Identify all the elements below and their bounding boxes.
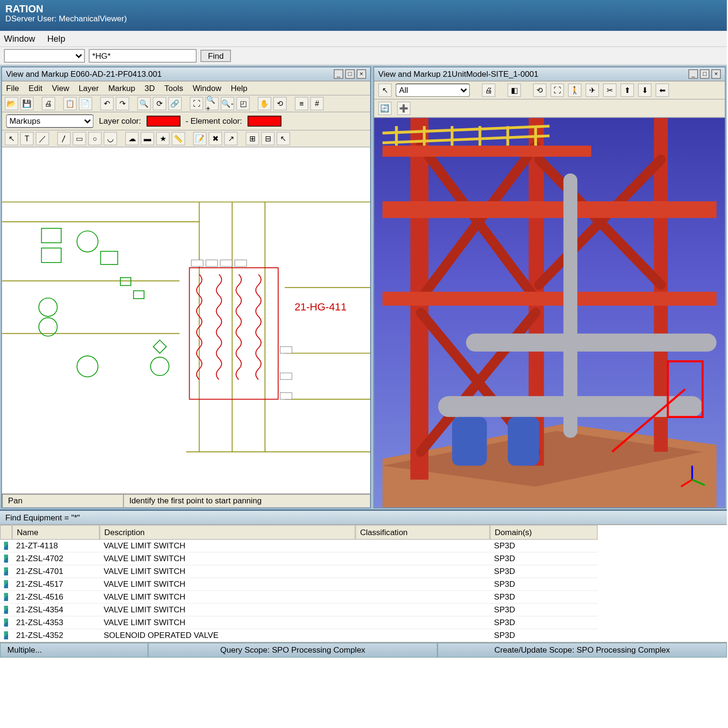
text-icon[interactable]: T	[20, 132, 34, 145]
pid-menu-edit[interactable]: Edit	[28, 83, 42, 93]
row-description[interactable]: VALVE LIMIT SWITCH	[100, 604, 355, 617]
pid-menu-layer[interactable]: Layer	[79, 83, 99, 93]
col-name[interactable]: Name	[12, 525, 100, 540]
col-classification[interactable]: Classification	[355, 525, 490, 540]
circle-icon[interactable]: ○	[88, 132, 101, 145]
element-color-swatch[interactable]	[247, 116, 281, 127]
row-name[interactable]: 21-ZSL-4352	[12, 629, 100, 642]
row-description[interactable]: VALVE LIMIT SWITCH	[100, 591, 355, 604]
row-domain[interactable]: SP3D	[490, 565, 598, 578]
filter-dropdown[interactable]: All	[396, 83, 470, 97]
minimize-icon[interactable]: _	[689, 69, 698, 79]
close-icon[interactable]: ×	[711, 69, 721, 79]
row-icon[interactable]	[0, 578, 12, 591]
row-icon[interactable]	[0, 604, 12, 617]
undo-icon[interactable]: ↶	[100, 97, 114, 110]
row-description[interactable]: VALVE LIMIT SWITCH	[100, 617, 355, 629]
grid-icon[interactable]: #	[310, 97, 324, 110]
pid-menu-view[interactable]: View	[52, 83, 69, 93]
zoom-in-icon[interactable]: 🔍+	[205, 97, 218, 110]
zoom-out-icon[interactable]: 🔍-	[221, 97, 234, 110]
pid-menu-3d[interactable]: 3D	[145, 83, 155, 93]
row-name[interactable]: 21-ZSL-4701	[12, 565, 100, 578]
nav-left-icon[interactable]: ⬅	[655, 83, 669, 97]
arrow-tool-icon[interactable]: ↗	[224, 132, 237, 145]
col-description[interactable]: Description	[100, 525, 355, 540]
clip-icon[interactable]: ✂	[603, 83, 616, 97]
col-icon[interactable]	[0, 525, 12, 540]
maximize-icon[interactable]: □	[700, 69, 710, 79]
row-name[interactable]: 21-ZSL-4354	[12, 604, 100, 617]
row-icon[interactable]	[0, 565, 12, 578]
pid-menu-window[interactable]: Window	[192, 83, 221, 93]
refresh-icon[interactable]: ⟳	[153, 97, 166, 110]
zoom-fit-icon[interactable]: ⛶	[551, 83, 564, 97]
row-domain[interactable]: SP3D	[490, 629, 598, 642]
select-icon[interactable]: ↖	[5, 132, 18, 145]
col-domain[interactable]: Domain(s)	[490, 525, 598, 540]
pid-menu-markup[interactable]: Markup	[108, 83, 135, 93]
add-view-icon[interactable]: ➕	[397, 101, 410, 115]
row-icon[interactable]	[0, 629, 12, 642]
row-domain[interactable]: SP3D	[490, 578, 598, 591]
row-classification[interactable]	[355, 617, 490, 629]
row-name[interactable]: 21-ZSL-4353	[12, 617, 100, 629]
row-icon[interactable]	[0, 591, 12, 604]
row-description[interactable]: VALVE LIMIT SWITCH	[100, 540, 355, 553]
layer-dropdown[interactable]: Markups	[6, 114, 94, 127]
copy-icon[interactable]: 📋	[63, 97, 76, 110]
row-name[interactable]: 21-ZT-4118	[12, 540, 100, 553]
row-domain[interactable]: SP3D	[490, 604, 598, 617]
scope-dropdown[interactable]	[4, 49, 85, 63]
open-icon[interactable]: 📂	[5, 97, 18, 110]
search-input[interactable]	[89, 49, 196, 63]
nav-down-icon[interactable]: ⬇	[638, 83, 651, 97]
redo-icon[interactable]: ↷	[116, 97, 129, 110]
line-icon[interactable]: ／	[36, 132, 49, 145]
row-domain[interactable]: SP3D	[490, 540, 598, 553]
pid-canvas[interactable]: 21-HG-411	[2, 147, 370, 493]
erase-icon[interactable]: ✖	[209, 132, 222, 145]
measure-icon[interactable]: 📏	[172, 132, 185, 145]
highlight-icon[interactable]: ▬	[141, 132, 154, 145]
menu-help[interactable]: Help	[47, 34, 65, 44]
row-classification[interactable]	[355, 553, 490, 565]
row-description[interactable]: VALVE LIMIT SWITCH	[100, 565, 355, 578]
view-cube-icon[interactable]: ◧	[508, 83, 521, 97]
row-name[interactable]: 21-ZSL-4702	[12, 553, 100, 565]
row-icon[interactable]	[0, 617, 12, 629]
pid-menu-help[interactable]: Help	[231, 83, 247, 93]
cloud-icon[interactable]: ☁	[125, 132, 138, 145]
maximize-icon[interactable]: □	[346, 69, 355, 79]
row-description[interactable]: VALVE LIMIT SWITCH	[100, 578, 355, 591]
binoculars-icon[interactable]: 🔍	[137, 97, 151, 110]
arc-icon[interactable]: ◡	[104, 132, 117, 145]
pointer-icon[interactable]: ↖	[277, 132, 290, 145]
stamp-icon[interactable]: ★	[156, 132, 169, 145]
pid-menu-file[interactable]: File	[6, 83, 19, 93]
print-icon[interactable]: 🖨	[42, 97, 55, 110]
nav-up-icon[interactable]: ⬆	[620, 83, 634, 97]
walk-icon[interactable]: 🚶	[568, 83, 582, 97]
polyline-icon[interactable]: 〳	[57, 132, 71, 145]
save-icon[interactable]: 💾	[20, 97, 34, 110]
row-domain[interactable]: SP3D	[490, 617, 598, 629]
select-cursor-icon[interactable]: ↖	[378, 83, 391, 97]
row-name[interactable]: 21-ZSL-4517	[12, 578, 100, 591]
row-classification[interactable]	[355, 540, 490, 553]
minimize-icon[interactable]: _	[334, 69, 343, 79]
row-domain[interactable]: SP3D	[490, 553, 598, 565]
row-classification[interactable]	[355, 629, 490, 642]
pid-menu-tools[interactable]: Tools	[164, 83, 183, 93]
row-classification[interactable]	[355, 565, 490, 578]
row-classification[interactable]	[355, 591, 490, 604]
fly-icon[interactable]: ✈	[585, 83, 599, 97]
note-icon[interactable]: 📝	[193, 132, 207, 145]
refresh-model-icon[interactable]: 🔄	[378, 101, 391, 115]
layers-icon[interactable]: ≡	[295, 97, 308, 110]
rotate-icon[interactable]: ⟲	[273, 97, 287, 110]
orbit-icon[interactable]: ⟲	[533, 83, 546, 97]
pan-icon[interactable]: ✋	[258, 97, 271, 110]
row-domain[interactable]: SP3D	[490, 591, 598, 604]
row-description[interactable]: VALVE LIMIT SWITCH	[100, 553, 355, 565]
